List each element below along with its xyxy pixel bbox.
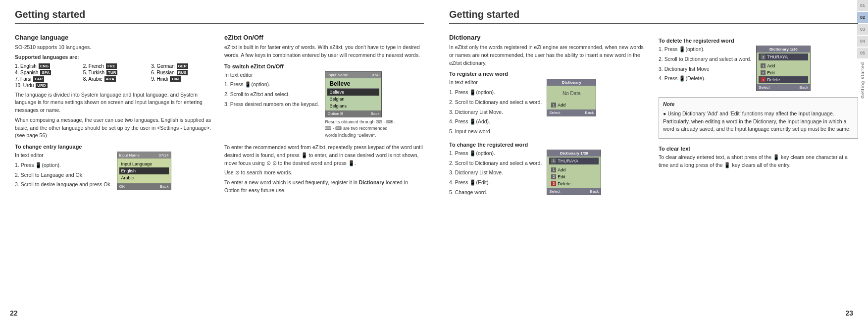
- lang-desc1: The language is divided into System lang…: [15, 91, 214, 114]
- enter-recommended-desc: To enter the recommended word from eZitx…: [224, 144, 424, 167]
- tab-05: 05: [857, 48, 868, 58]
- result-note: Results obtained through ⌨ - ⌨ - ⌨ - ⌨ a…: [325, 119, 399, 139]
- dict-change-screen: Dictionary 1/30 1 THURAYA 1 Add: [547, 150, 601, 195]
- tab-03: 03: [857, 24, 868, 35]
- left-page-title: Getting started: [15, 9, 424, 24]
- ezitxt-section: eZitxt On/Off eZitxt is built in for fas…: [224, 34, 424, 197]
- register-word-title: To register a new word: [449, 71, 649, 77]
- left-page: Getting started Change language SO-2510 …: [0, 0, 434, 322]
- note-text: Using Dictionary 'Add' and 'Edit' functi…: [663, 110, 854, 133]
- lang-german: 3. German GER: [151, 63, 214, 69]
- side-tab: 01 02 03 04 05 Getting started: [857, 0, 868, 322]
- ezitxt-input-screen: Input Name 07/8 Believe Believe Belgian …: [325, 71, 382, 117]
- left-page-number: 22: [10, 309, 18, 317]
- right-page: Getting started Dictionary In eZitxt onl…: [434, 0, 868, 322]
- note-title: Note: [663, 101, 854, 108]
- enter-new-word-desc: To enter a new word which is used freque…: [224, 179, 424, 195]
- dict-delete-screen: Dictionary 1/30 1 THURAYA 1 Add: [756, 46, 811, 91]
- change-entry-title: To change entry language: [15, 144, 214, 150]
- ezitxt-steps: In text editor 1. Press 📱(option). 2. Sc…: [224, 71, 319, 110]
- tab-01: 01: [857, 0, 868, 11]
- lang-desc2: When composing a message, the user can u…: [15, 116, 214, 140]
- right-column: To delete the registered word 1. Press 📱…: [659, 34, 858, 199]
- use-desc: Use ⊙ to search more words.: [224, 169, 424, 177]
- dict-nodata-screen: Dictionary No Data 1 Add Select Back: [547, 79, 596, 116]
- right-page-title: Getting started: [449, 9, 858, 24]
- lang-hindi: 9. Hindi HIN: [151, 76, 214, 82]
- ezitxt-switch-title: To switch eZitxt On/Off: [224, 63, 424, 69]
- ezitxt-desc: eZitxt is built in for faster entry of w…: [224, 44, 424, 59]
- supported-languages-label: Supported languages are:: [15, 54, 214, 61]
- lang-urdu: 10. Urdu URD: [15, 83, 78, 88]
- tab-label: Getting started: [860, 62, 865, 99]
- change-entry-steps: In text editor 1. Press 📱(option). 2. Sc…: [15, 152, 112, 191]
- change-language-intro: SO-2510 supports 10 languages.: [15, 44, 214, 52]
- delete-steps: 1. Press 📱(option). 2. Scroll to Diction…: [659, 46, 751, 85]
- lang-turkish: 5. Turkish TUR: [83, 70, 147, 75]
- register-steps: In text editor 1. Press 📱(option). 2. Sc…: [449, 79, 542, 138]
- right-page-number: 23: [845, 309, 853, 317]
- lang-russian: 6. Russian RUS: [151, 70, 214, 75]
- clear-text-desc: To clear already entered text, a short p…: [659, 154, 858, 169]
- change-language-title: Change language: [15, 34, 214, 41]
- note-box: Note Using Dictionary 'Add' and 'Edit' f…: [659, 97, 858, 139]
- lang-spanish: 4. Spanish SPA: [15, 70, 78, 75]
- tab-04: 04: [857, 36, 868, 47]
- dictionary-section: Dictionary In eZitxt only the words regi…: [449, 34, 649, 199]
- change-language-section: Change language SO-2510 supports 10 lang…: [15, 34, 214, 197]
- delete-word-title: To delete the registered word: [659, 38, 858, 44]
- tab-02: 02: [857, 12, 868, 23]
- lang-french: 2. French FRE: [83, 63, 147, 69]
- lang-english: 1. English ENG: [15, 63, 78, 69]
- clear-text-title: To clear text: [659, 146, 858, 152]
- change-steps: 1. Press 📱(option). 2. Scroll to Diction…: [449, 150, 542, 199]
- ezitxt-screen-wrapper: Input Name 07/8 Believe Believe Belgian …: [325, 71, 399, 141]
- input-language-screen: Input Name 07/14 Input Language English …: [117, 152, 171, 190]
- dictionary-intro: In eZitxt only the words registered in e…: [449, 44, 649, 67]
- dictionary-title: Dictionary: [449, 34, 649, 41]
- ezitxt-title: eZitxt On/Off: [224, 34, 424, 41]
- lang-farsi: 7. Farsi FAR: [15, 76, 78, 82]
- change-word-title: To change the registered word: [449, 142, 649, 148]
- language-table: 1. English ENG 2. French FRE 3. German G…: [15, 63, 214, 88]
- lang-arabic: 8. Arabic ARA: [83, 76, 147, 82]
